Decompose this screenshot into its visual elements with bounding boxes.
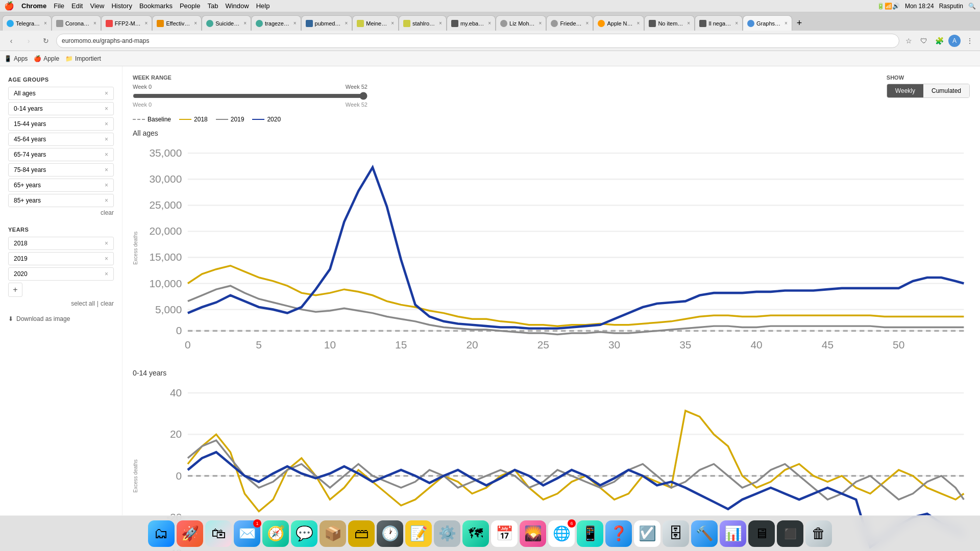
- tab-t7[interactable]: pubmed…×: [301, 15, 353, 31]
- dock-calendar[interactable]: 📅: [491, 520, 518, 547]
- profile-icon[interactable]: A: [948, 35, 961, 47]
- week-range-input[interactable]: [133, 92, 368, 100]
- bookmark-importiert[interactable]: 📁 Importiert: [65, 55, 101, 62]
- legend-2018-text: 2018: [194, 116, 208, 123]
- dock-mail[interactable]: ✉️ 1: [234, 520, 260, 547]
- menu-window[interactable]: Window: [225, 2, 249, 10]
- tab-t11[interactable]: Liz Moh…×: [496, 15, 546, 31]
- extension-shield-icon[interactable]: 🛡: [918, 35, 930, 47]
- dock-xcode[interactable]: 🔨: [691, 520, 718, 547]
- age-filter-85-plus[interactable]: 85+ years ×: [8, 194, 114, 207]
- year-2020[interactable]: 2020 ×: [8, 267, 114, 281]
- dock-safari[interactable]: 🧭: [262, 520, 289, 547]
- age-filter-45-64-remove[interactable]: ×: [105, 136, 108, 143]
- menu-people[interactable]: People: [180, 2, 200, 10]
- toggle-weekly[interactable]: Weekly: [887, 84, 923, 97]
- tab-t14[interactable]: No item…×: [644, 15, 695, 31]
- tab-t10[interactable]: my.eba…×: [447, 15, 496, 31]
- year-2018-remove[interactable]: ×: [105, 240, 108, 247]
- age-filter-0-14[interactable]: 0-14 years ×: [8, 102, 114, 115]
- tab-t16[interactable]: Graphs…×: [743, 15, 792, 31]
- dock-iterm[interactable]: ⬛: [777, 520, 803, 547]
- menu-tab[interactable]: Tab: [207, 2, 218, 10]
- age-filter-75-84[interactable]: 75-84 years ×: [8, 163, 114, 177]
- age-filter-15-44-text: 15-44 years: [14, 120, 46, 128]
- dock-trash[interactable]: 🗑: [805, 520, 832, 547]
- age-filter-85-plus-remove[interactable]: ×: [105, 197, 108, 204]
- tab-t5[interactable]: Suicide…×: [202, 15, 251, 31]
- dock-charts[interactable]: 📊: [720, 520, 746, 547]
- dock-finder[interactable]: 🗂: [148, 520, 175, 547]
- age-filter-0-14-remove[interactable]: ×: [105, 105, 108, 112]
- svg-text:20: 20: [170, 428, 182, 440]
- year-2020-remove[interactable]: ×: [105, 270, 108, 278]
- new-tab-button[interactable]: +: [792, 15, 806, 31]
- dock-help[interactable]: ❓: [605, 520, 632, 547]
- age-filter-65-74-remove[interactable]: ×: [105, 151, 108, 158]
- download-link[interactable]: ⬇ Download as image: [8, 315, 114, 322]
- extensions-icon[interactable]: 🧩: [933, 35, 945, 47]
- years-clear-link[interactable]: clear: [101, 300, 114, 307]
- dock-archive[interactable]: 📦: [320, 520, 346, 547]
- bookmark-star-icon[interactable]: ☆: [902, 35, 915, 47]
- age-filter-15-44[interactable]: 15-44 years ×: [8, 117, 114, 131]
- menu-help[interactable]: Help: [256, 2, 270, 10]
- toggle-cumulated[interactable]: Cumulated: [923, 84, 969, 97]
- dock-screen-share[interactable]: 🖥: [748, 520, 775, 547]
- search-icon[interactable]: 🔍: [968, 3, 976, 10]
- dock-chrome[interactable]: 🌐 6: [548, 520, 575, 547]
- age-filter-all-ages[interactable]: All ages ×: [8, 87, 114, 100]
- year-2019[interactable]: 2019 ×: [8, 252, 114, 265]
- svg-text:40: 40: [751, 339, 763, 350]
- dock-reminders[interactable]: ☑️: [634, 520, 660, 547]
- address-bar[interactable]: euromomo.eu/graphs-and-maps: [56, 34, 899, 48]
- age-filter-65-plus[interactable]: 65+ years ×: [8, 179, 114, 192]
- bookmark-apple[interactable]: 🍎 Apple: [34, 55, 59, 62]
- dock-notes[interactable]: 📝: [405, 520, 432, 547]
- menu-bookmarks[interactable]: Bookmarks: [139, 2, 173, 10]
- tab-t1[interactable]: Telegra…×: [2, 15, 52, 31]
- reload-button[interactable]: ↻: [39, 34, 53, 48]
- age-filter-65-74[interactable]: 65-74 years ×: [8, 148, 114, 161]
- dock-system-prefs[interactable]: ⚙️: [434, 520, 460, 547]
- tab-t13[interactable]: Apple N…×: [593, 15, 644, 31]
- tab-t9[interactable]: stahlro…×: [399, 15, 447, 31]
- bookmark-apps[interactable]: 📱 Apps: [4, 55, 28, 62]
- dock-time-machine[interactable]: 🕐: [377, 520, 403, 547]
- menu-file[interactable]: File: [54, 2, 64, 10]
- dock-messages[interactable]: 💬: [291, 520, 317, 547]
- age-filter-75-84-remove[interactable]: ×: [105, 166, 108, 173]
- tab-t3[interactable]: FFP2-M…×: [101, 15, 153, 31]
- dock-photos[interactable]: 🌄: [520, 520, 546, 547]
- age-filter-45-64[interactable]: 45-64 years ×: [8, 133, 114, 146]
- dock-app-store[interactable]: 🛍: [205, 520, 232, 547]
- tab-t2[interactable]: Corona…×: [52, 15, 101, 31]
- dock-maps[interactable]: 🗺: [462, 520, 489, 547]
- tab-t8[interactable]: Meine…×: [352, 15, 399, 31]
- apple-menu-icon[interactable]: 🍎: [4, 1, 14, 11]
- menu-dots-icon[interactable]: ⋮: [964, 35, 976, 47]
- legend-2019-text: 2019: [231, 116, 244, 123]
- year-2019-remove[interactable]: ×: [105, 255, 108, 262]
- tab-t6[interactable]: trageze…×: [251, 15, 301, 31]
- age-filter-65-plus-remove[interactable]: ×: [105, 182, 108, 189]
- dock-facetime[interactable]: 📱: [577, 520, 603, 547]
- select-all-link[interactable]: select all: [71, 300, 95, 307]
- age-clear-link[interactable]: clear: [8, 209, 114, 216]
- age-filter-15-44-remove[interactable]: ×: [105, 120, 108, 128]
- age-filter-all-ages-remove[interactable]: ×: [105, 90, 108, 97]
- tab-t15[interactable]: Il nega…×: [695, 15, 743, 31]
- year-2018[interactable]: 2018 ×: [8, 237, 114, 250]
- dock-files[interactable]: 🗄: [663, 520, 689, 547]
- dock-launchpad[interactable]: 🚀: [177, 520, 203, 547]
- menu-view[interactable]: View: [90, 2, 104, 10]
- forward-button[interactable]: ›: [21, 34, 36, 48]
- dock-basket[interactable]: 🗃: [348, 520, 375, 547]
- menu-chrome[interactable]: Chrome: [21, 2, 46, 10]
- back-button[interactable]: ‹: [4, 34, 18, 48]
- menu-history[interactable]: History: [111, 2, 132, 10]
- tab-t12[interactable]: Friede…×: [546, 15, 593, 31]
- menu-edit[interactable]: Edit: [71, 2, 83, 10]
- tab-t4[interactable]: Effectiv…×: [152, 15, 202, 31]
- add-year-button[interactable]: +: [8, 283, 22, 297]
